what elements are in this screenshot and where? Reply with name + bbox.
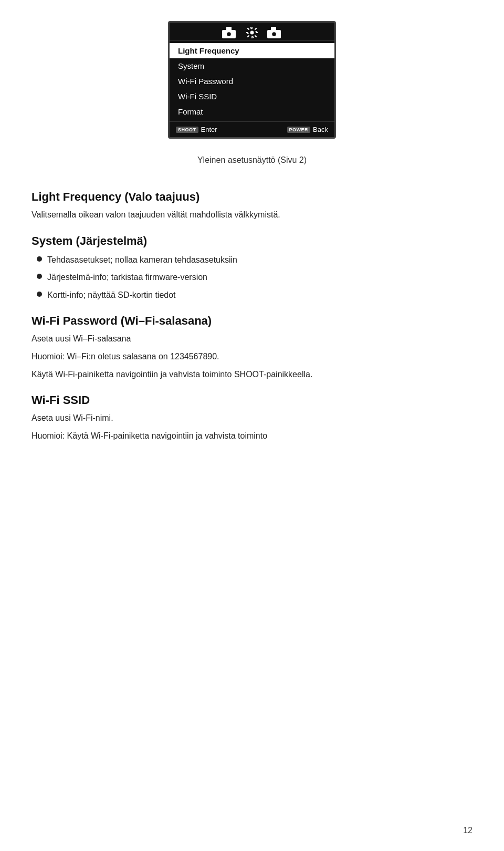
heading-wifi-password: Wi-Fi Password (Wi–Fi-salasana) [32, 314, 472, 328]
power-badge: POWER [287, 127, 311, 133]
section-system: System (Järjestelmä) Tehdasasetukset; no… [32, 234, 472, 302]
heading-light-frequency: Light Frequency (Valo taajuus) [32, 190, 472, 204]
system-bullet-text-1: Järjestelmä-info; tarkistaa firmware-ver… [47, 271, 207, 284]
back-label-text: Back [313, 126, 328, 133]
back-button-label: POWER Back [287, 126, 328, 133]
camera-screen: Light Frequency System Wi-Fi Password Wi… [168, 21, 336, 139]
heading-system: System (Järjestelmä) [32, 234, 472, 248]
system-bullet-2: Kortti-info; näyttää SD-kortin tiedot [37, 288, 472, 302]
bullet-dot-2 [37, 292, 42, 297]
page-container: Light Frequency System Wi-Fi Password Wi… [0, 0, 504, 851]
bullet-dot-1 [37, 274, 42, 279]
camera-screen-wrapper: Light Frequency System Wi-Fi Password Wi… [32, 21, 472, 139]
svg-rect-1 [226, 27, 232, 30]
camera-menu-item-light-frequency: Light Frequency [170, 43, 334, 58]
svg-point-2 [227, 32, 232, 37]
svg-point-4 [250, 31, 254, 35]
shoot-badge: SHOOT [176, 127, 198, 133]
section-wifi-password: Wi-Fi Password (Wi–Fi-salasana) Aseta uu… [32, 314, 472, 381]
settings-icon [246, 27, 258, 38]
svg-point-7 [272, 32, 277, 37]
system-bullet-text-2: Kortti-info; näyttää SD-kortin tiedot [47, 288, 176, 302]
system-bullet-text-0: Tehdasasetukset; nollaa kameran tehdasas… [47, 253, 237, 267]
camera-flash-icon [266, 27, 282, 38]
camera-menu-footer: SHOOT Enter POWER Back [170, 121, 334, 137]
svg-rect-6 [271, 27, 276, 30]
camera-screen-top-icons [170, 23, 334, 41]
body-wifi-password-1: Huomioi: Wi–Fi:n oletus salasana on 1234… [32, 350, 472, 364]
section-light-frequency: Light Frequency (Valo taajuus) Valitsema… [32, 190, 472, 222]
page-subtitle: Yleinen asetusnäyttö (Sivu 2) [32, 155, 472, 165]
camera-menu-item-system: System [170, 58, 334, 74]
system-bullet-0: Tehdasasetukset; nollaa kameran tehdasas… [37, 253, 472, 267]
body-wifi-ssid-0: Aseta uusi Wi-Fi-nimi. [32, 411, 472, 425]
body-wifi-password-2: Käytä Wi-Fi-painiketta navigointiin ja v… [32, 368, 472, 381]
body-wifi-password-0: Aseta uusi Wi–Fi-salasana [32, 332, 472, 346]
bullet-dot-0 [37, 256, 42, 262]
camera-menu-item-wifi-password: Wi-Fi Password [170, 74, 334, 89]
body-light-frequency-0: Valitsemalla oikean valon taajuuden vält… [32, 208, 472, 222]
section-wifi-ssid: Wi-Fi SSID Aseta uusi Wi-Fi-nimi. Huomio… [32, 393, 472, 442]
page-number: 12 [463, 826, 472, 835]
body-wifi-ssid-1: Huomioi: Käytä Wi-Fi-painiketta navigoin… [32, 429, 472, 443]
system-bullet-1: Järjestelmä-info; tarkistaa firmware-ver… [37, 271, 472, 284]
camera-menu-item-format: Format [170, 104, 334, 119]
enter-label-text: Enter [201, 126, 217, 133]
camera-menu-items: Light Frequency System Wi-Fi Password Wi… [170, 41, 334, 121]
svg-point-3 [234, 30, 235, 32]
camera-menu-item-wifi-ssid: Wi-Fi SSID [170, 89, 334, 104]
camera-icon [222, 27, 238, 38]
heading-wifi-ssid: Wi-Fi SSID [32, 393, 472, 407]
system-bullet-list: Tehdasasetukset; nollaa kameran tehdasas… [37, 253, 472, 302]
enter-button-label: SHOOT Enter [176, 126, 217, 133]
